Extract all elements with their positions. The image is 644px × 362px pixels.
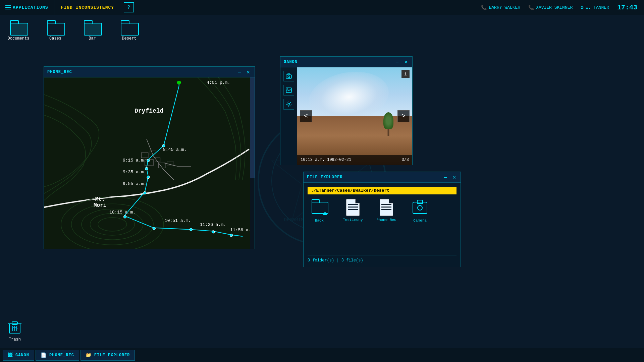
- contact-name: E. TANNER: [586, 5, 609, 10]
- map-scrollbar-thumb[interactable]: [250, 77, 255, 178]
- image-icon: 🖼: [8, 353, 13, 358]
- trash-icon: [7, 319, 23, 335]
- info-button[interactable]: i: [401, 70, 410, 78]
- minimize-button[interactable]: —: [394, 59, 400, 65]
- applications-menu[interactable]: APPLICATIONS: [0, 0, 54, 15]
- minimize-button[interactable]: —: [236, 69, 243, 75]
- svg-point-16: [98, 218, 127, 231]
- file-explorer-titlebar[interactable]: FILE EXPLORER — ✕: [304, 172, 461, 183]
- svg-point-30: [153, 227, 155, 230]
- svg-rect-20: [155, 158, 160, 162]
- camera-file-icon: [413, 202, 427, 214]
- desktop-icon-desert[interactable]: Desert: [117, 20, 141, 41]
- desktop-icon-bar[interactable]: Bar: [80, 20, 104, 41]
- time-label-7: 10:51 a.m.: [165, 218, 191, 223]
- ganon-title: GANON: [284, 60, 391, 64]
- photo-display: i < > 10:13 a.m. 1992-02-21 3/3: [297, 67, 412, 165]
- taskbar-item-phone-rec[interactable]: 📄 PHONE_REC: [36, 350, 79, 361]
- file-explorer-window: FILE EXPLORER — ✕ ./ETanner/Cases/BWalke…: [303, 172, 461, 267]
- prev-photo-button[interactable]: <: [300, 110, 312, 122]
- time-label-3: 9:15 a.m.: [123, 158, 146, 163]
- desktop-icon-label: Documents: [8, 36, 30, 41]
- svg-point-25: [147, 159, 150, 162]
- doc-icon: [346, 199, 360, 216]
- clock-display: 17:43: [617, 4, 637, 11]
- time-label-1: 4:01 p.m.: [207, 80, 230, 85]
- ganon-titlebar[interactable]: GANON — ✕: [280, 57, 412, 67]
- close-button[interactable]: ✕: [451, 174, 457, 180]
- svg-point-24: [162, 144, 165, 147]
- close-button[interactable]: ✕: [403, 59, 409, 65]
- person-icon: ⚙: [581, 5, 583, 10]
- photo-info-bar: 10:13 a.m. 1992-02-21 3/3: [297, 155, 412, 165]
- svg-rect-18: [150, 151, 156, 155]
- svg-point-23: [177, 81, 181, 84]
- file-label: Testimony: [343, 218, 363, 222]
- phone-rec-window: PHONE_REC — ✕: [44, 66, 255, 249]
- trash-icon-container[interactable]: Trash: [7, 319, 23, 342]
- photo-timestamp: 10:13 a.m. 1992-02-21: [301, 158, 351, 162]
- desktop-icon-label: Cases: [49, 36, 61, 41]
- applications-label: APPLICATIONS: [13, 5, 48, 10]
- close-button[interactable]: ✕: [245, 69, 251, 75]
- taskbar-right: 📞 BARRY WALKER 📞 XAVIER SKINNER ⚙ E. TAN…: [481, 4, 644, 11]
- taskbar-item-ganon[interactable]: 🖼 GANON: [3, 350, 34, 361]
- doc-icon: 📄: [41, 352, 47, 358]
- bottom-taskbar: 🖼 GANON 📄 PHONE_REC 📁 FILE EXPLORER: [0, 348, 644, 362]
- trash-label: Trash: [9, 337, 21, 342]
- file-item-phone-rec[interactable]: Phone_Rec: [375, 199, 398, 255]
- svg-point-27: [147, 176, 150, 179]
- doc-icon: [380, 199, 393, 216]
- svg-point-12: [61, 197, 164, 249]
- contact-barry-walker[interactable]: 📞 BARRY WALKER: [481, 5, 520, 10]
- next-photo-button[interactable]: >: [397, 110, 410, 122]
- file-grid: Back Testimony: [308, 199, 457, 255]
- taskbar-item-label: PHONE_REC: [49, 353, 74, 358]
- settings-tool-btn[interactable]: [283, 99, 294, 110]
- file-label: Camera: [413, 219, 427, 223]
- top-taskbar: APPLICATIONS FINd INCONSISTENCY ? 📞 BARR…: [0, 0, 644, 15]
- svg-rect-22: [167, 161, 173, 166]
- map-label-dryfield: Dryfield: [135, 108, 163, 114]
- help-button[interactable]: ?: [124, 2, 134, 12]
- svg-point-29: [124, 216, 126, 218]
- hamburger-icon: [5, 5, 11, 9]
- ganon-sidebar: [280, 67, 297, 165]
- folder-icon: [84, 20, 101, 34]
- file-item-back[interactable]: Back: [308, 199, 331, 255]
- desktop-icon-documents[interactable]: Documents: [7, 20, 30, 41]
- map-label-mt-mori: Mt.Mori: [94, 196, 106, 208]
- image-tool-btn[interactable]: [283, 85, 294, 96]
- file-item-camera[interactable]: Camera: [408, 199, 432, 255]
- phone-rec-title: PHONE_REC: [47, 70, 234, 74]
- contact-e-tanner[interactable]: ⚙ E. TANNER: [581, 5, 609, 10]
- phone-icon: 📞: [481, 5, 487, 10]
- svg-rect-21: [159, 163, 165, 168]
- taskbar-item-label: FILE EXPLORER: [94, 353, 130, 358]
- minimize-button[interactable]: —: [442, 174, 448, 180]
- taskbar-item-label: GANON: [15, 353, 29, 358]
- ganon-window: GANON — ✕: [280, 56, 413, 165]
- contact-xavier-skinner[interactable]: 📞 XAVIER SKINNER: [528, 5, 573, 10]
- desktop-icon-label: Desert: [122, 36, 136, 41]
- photo-tree: [382, 112, 395, 136]
- taskbar-item-file-explorer[interactable]: 📁 FILE EXPLORER: [80, 350, 135, 361]
- ganon-content: i < > 10:13 a.m. 1992-02-21 3/3: [280, 67, 412, 165]
- time-label-6: 10:15 a.m.: [109, 210, 136, 215]
- path-bar[interactable]: ./ETanner/Cases/BWalker/Desert: [308, 187, 457, 194]
- map-scrollbar[interactable]: [250, 77, 255, 249]
- folder-back-icon: [312, 199, 327, 213]
- photo-counter: 3/3: [401, 158, 409, 162]
- phone-rec-titlebar[interactable]: PHONE_REC — ✕: [44, 67, 255, 77]
- find-inconsistency-btn[interactable]: FINd INCONSISTENCY: [54, 0, 121, 15]
- file-item-testimony[interactable]: Testimony: [341, 199, 365, 255]
- desktop-icons: Documents Cases Bar Desert: [7, 20, 141, 41]
- svg-point-31: [190, 228, 192, 231]
- svg-point-38: [288, 103, 290, 105]
- camera-tool-btn[interactable]: [283, 71, 294, 81]
- svg-point-15: [90, 214, 135, 235]
- desktop-icon-cases[interactable]: Cases: [44, 20, 67, 41]
- folder-icon: 📁: [86, 352, 92, 358]
- file-explorer-footer: 0 folder(s) | 3 file(s): [308, 255, 457, 263]
- file-label: Back: [315, 219, 324, 223]
